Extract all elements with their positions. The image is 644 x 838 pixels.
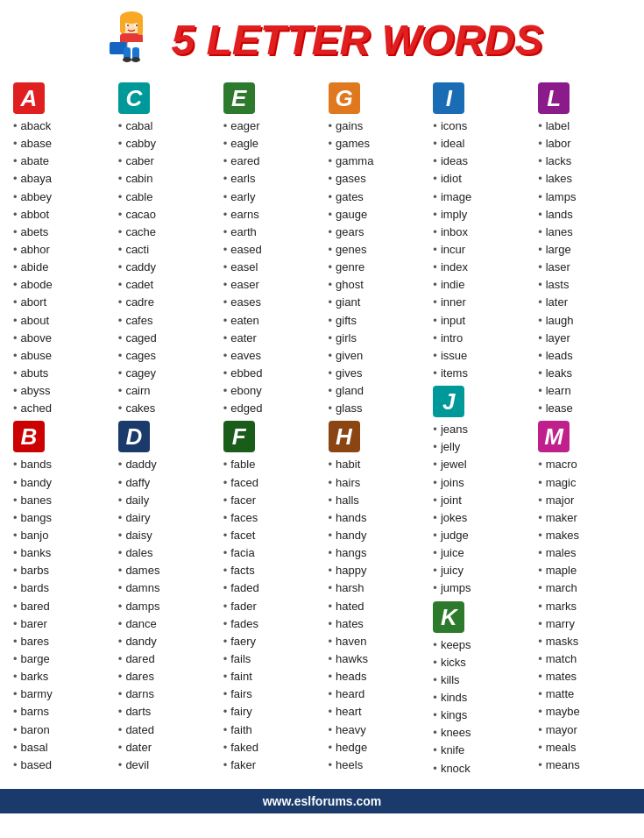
- list-item: kings: [433, 707, 526, 724]
- list-item: cabal: [118, 117, 211, 135]
- list-item: abort: [13, 294, 106, 311]
- list-item: abode: [13, 276, 106, 294]
- list-item: joins: [433, 474, 526, 492]
- list-item: earth: [223, 224, 316, 241]
- list-item: abase: [13, 135, 106, 153]
- list-item: barns: [13, 703, 106, 721]
- list-item: hates: [329, 615, 421, 633]
- list-item: barmy: [13, 685, 106, 703]
- list-item: hated: [329, 598, 421, 615]
- list-item: bangs: [13, 509, 106, 527]
- list-item: faery: [223, 633, 316, 650]
- list-item: about: [13, 312, 106, 330]
- list-item: faked: [223, 739, 316, 756]
- list-item: imply: [433, 206, 526, 224]
- list-item: fader: [223, 598, 316, 615]
- list-item: daffy: [118, 474, 211, 492]
- mascot-icon: [101, 9, 162, 70]
- list-item: gases: [329, 170, 421, 188]
- list-item: baron: [13, 721, 106, 739]
- list-item: index: [433, 259, 526, 276]
- list-item: dance: [118, 615, 211, 633]
- list-item: hairs: [329, 474, 421, 492]
- list-item: genre: [329, 259, 421, 276]
- list-item: dater: [118, 739, 211, 756]
- list-item: cache: [118, 224, 211, 241]
- letter-badge-e: E: [223, 82, 255, 114]
- svg-point-15: [131, 57, 140, 62]
- list-item: basal: [13, 739, 106, 756]
- list-item: cadre: [118, 294, 211, 311]
- list-item: knock: [433, 760, 526, 778]
- page-title: 5 LETTER WORDS: [171, 16, 542, 64]
- list-item: label: [538, 117, 631, 135]
- list-item: eager: [223, 117, 316, 135]
- letter-badge-a: A: [13, 82, 45, 114]
- list-item: ideas: [433, 153, 526, 170]
- list-item: barer: [13, 615, 106, 633]
- list-item: caddy: [118, 259, 211, 276]
- list-item: meals: [538, 739, 631, 756]
- list-item: laugh: [538, 312, 631, 330]
- svg-point-14: [123, 57, 131, 62]
- section-c: Ccabalcabbycabercabincablecacaocachecact…: [115, 81, 215, 419]
- list-item: facts: [223, 562, 316, 579]
- list-item: abhor: [13, 241, 106, 259]
- list-item: faker: [223, 756, 316, 774]
- list-item: hands: [329, 509, 421, 527]
- list-item: march: [538, 579, 631, 597]
- section-a: Aabackabaseabateabayaabbeyabbotabetsabho…: [10, 81, 110, 419]
- list-item: earls: [223, 170, 316, 188]
- list-item: jelly: [433, 438, 526, 456]
- list-item: banes: [13, 492, 106, 509]
- header: 5 LETTER WORDS: [0, 0, 644, 75]
- list-item: genes: [329, 241, 421, 259]
- list-item: hedge: [329, 739, 421, 756]
- list-item: dared: [118, 650, 211, 668]
- list-item: fairs: [223, 685, 316, 703]
- list-item: fails: [223, 650, 316, 668]
- list-item: ebony: [223, 382, 316, 400]
- section-j: Jjeansjellyjeweljoinsjointjokesjudgejuic…: [429, 384, 529, 599]
- list-item: cagey: [118, 365, 211, 382]
- list-item: laser: [538, 259, 631, 276]
- list-item: abate: [13, 153, 106, 170]
- list-item: dames: [118, 562, 211, 579]
- list-item: bandy: [13, 474, 106, 492]
- list-item: darns: [118, 685, 211, 703]
- list-item: gives: [329, 365, 421, 382]
- letter-badge-b: B: [13, 421, 45, 452]
- list-item: bares: [13, 633, 106, 650]
- list-item: jewel: [433, 456, 526, 473]
- list-item: earns: [223, 206, 316, 224]
- list-item: caber: [118, 153, 211, 170]
- list-item: means: [538, 756, 631, 774]
- list-item: image: [433, 188, 526, 206]
- letter-badge-k: K: [433, 601, 464, 633]
- list-item: cairn: [118, 382, 211, 400]
- word-grid: Aabackabaseabateabayaabbeyabbotabetsabho…: [0, 75, 644, 785]
- section-i: Iiconsidealideasidiotimageimplyinboxincu…: [429, 81, 529, 384]
- letter-badge-g: G: [329, 82, 360, 114]
- list-item: cabby: [118, 135, 211, 153]
- list-item: mayor: [538, 721, 631, 739]
- list-item: leads: [538, 347, 631, 365]
- list-item: intro: [433, 330, 526, 347]
- list-item: abbot: [13, 206, 106, 224]
- list-item: items: [433, 365, 526, 382]
- list-item: macro: [538, 456, 631, 473]
- list-item: inner: [433, 294, 526, 311]
- list-item: gains: [329, 117, 421, 135]
- list-item: cages: [118, 347, 211, 365]
- list-item: habit: [329, 456, 421, 473]
- list-item: facer: [223, 492, 316, 509]
- section-d: Ddaddydaffydailydairydaisydalesdamesdamn…: [115, 419, 215, 776]
- list-item: early: [223, 188, 316, 206]
- list-item: large: [538, 241, 631, 259]
- list-item: devil: [118, 756, 211, 774]
- footer-bar: www.eslforums.com: [0, 789, 644, 813]
- list-item: juicy: [433, 562, 526, 579]
- list-item: heard: [329, 685, 421, 703]
- list-item: aback: [13, 117, 106, 135]
- list-item: inbox: [433, 224, 526, 241]
